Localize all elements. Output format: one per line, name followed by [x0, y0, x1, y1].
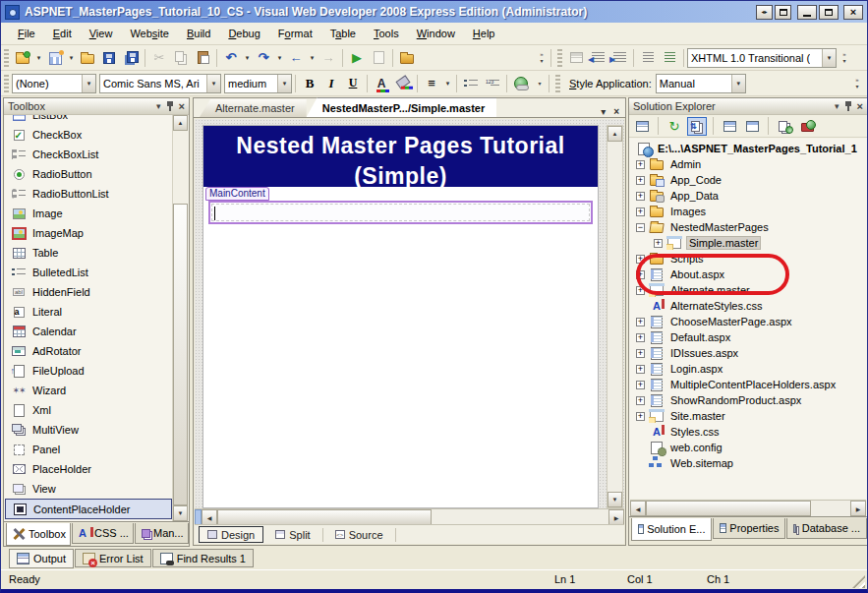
expand-icon[interactable]	[636, 381, 645, 389]
bulleted-list-button[interactable]	[460, 73, 482, 94]
tab-css-properties[interactable]: ACSS ...	[72, 523, 134, 544]
find-in-files-button[interactable]	[396, 47, 418, 69]
toolbox-item-placeholder[interactable]: PlaceHolder	[5, 459, 172, 479]
maximize-button[interactable]	[819, 5, 839, 20]
navigate-backward-button[interactable]: ←	[285, 47, 307, 69]
scrollbar-thumb[interactable]	[173, 204, 188, 505]
aspnet-configuration-button[interactable]	[797, 117, 817, 136]
tree-item-simple-master[interactable]: Simple.master	[630, 235, 866, 251]
expand-icon[interactable]	[636, 192, 645, 201]
refresh-button[interactable]: ↻	[665, 117, 684, 136]
split-view-button[interactable]: Split	[267, 526, 318, 543]
redo-button[interactable]: ↷	[253, 47, 274, 69]
page-header-banner[interactable]: Nested Master Pages Tutorial (Simple)	[203, 126, 598, 187]
close-button[interactable]: ×	[843, 5, 863, 20]
open-file-button[interactable]	[77, 47, 98, 69]
toolbox-item-multiview[interactable]: MultiView	[5, 420, 172, 440]
expand-icon[interactable]	[636, 208, 645, 216]
redo-dropdown[interactable]: ▾	[274, 47, 285, 69]
toolbox-item-radiobutton[interactable]: RadioButton	[5, 164, 172, 184]
tree-item-web-config[interactable]: web.config	[630, 440, 866, 455]
toolbar-overflow-button[interactable]: »▾	[851, 77, 863, 89]
expand-icon[interactable]	[636, 318, 645, 326]
menu-website[interactable]: Website	[121, 25, 178, 42]
tree-item-admin[interactable]: Admin	[630, 156, 866, 172]
bold-button[interactable]: B	[299, 73, 320, 94]
tab-database-explorer[interactable]: Database ...	[786, 518, 867, 539]
style-application-dropdown[interactable]: Manual▾	[656, 74, 746, 93]
expand-icon[interactable]	[636, 286, 645, 295]
pin-icon[interactable]	[844, 101, 852, 111]
solution-horizontal-scrollbar[interactable]: ◀ ▶	[630, 500, 866, 516]
font-name-dropdown[interactable]: Comic Sans MS, Ari▾	[99, 74, 221, 93]
tree-item-scripts[interactable]: Scripts	[630, 251, 866, 267]
tree-item-showrandomproduct-aspx[interactable]: ShowRandomProduct.aspx	[630, 392, 866, 408]
expand-icon[interactable]	[636, 255, 645, 264]
toolbox-item-radiobuttonlist[interactable]: RadioButtonList	[5, 184, 172, 204]
undo-button[interactable]: ↶	[220, 47, 242, 69]
toolbox-item-imagemap[interactable]: ImageMap	[5, 223, 172, 243]
tree-item-app-code[interactable]: App_Code	[630, 172, 866, 188]
decrease-indent-button[interactable]: ◀	[587, 47, 608, 69]
close-document-icon[interactable]: ×	[613, 106, 619, 117]
toolbox-item-wizard[interactable]: ✶✶Wizard	[5, 381, 172, 400]
close-icon[interactable]: ×	[857, 100, 863, 112]
design-canvas[interactable]: Nested Master Pages Tutorial (Simple) Ma…	[195, 119, 624, 508]
toolbar-grip[interactable]	[555, 75, 560, 92]
toolbox-item-table[interactable]: Table	[5, 243, 172, 263]
start-debugging-button[interactable]: ▶	[346, 47, 368, 69]
expand-icon[interactable]	[636, 333, 645, 342]
new-website-button[interactable]	[12, 47, 33, 69]
tree-item-website-root[interactable]: E:\...\ASPNET_MasterPages_Tutorial_1	[630, 141, 866, 156]
tab-manage-styles[interactable]: Man...	[135, 523, 189, 544]
tree-item-nestedmasterpages[interactable]: NestedMasterPages	[630, 219, 866, 235]
scrollbar-thumb[interactable]	[646, 501, 811, 516]
tree-item-images[interactable]: Images	[630, 204, 866, 219]
expand-icon[interactable]	[636, 160, 645, 169]
toolbox-item-listbox[interactable]: ListBox	[5, 115, 172, 125]
menu-view[interactable]: View	[81, 25, 122, 42]
new-website-dropdown[interactable]: ▾	[33, 47, 44, 69]
scroll-up-icon[interactable]: ▲	[608, 126, 622, 142]
toolbox-item-checkbox[interactable]: ✓CheckBox	[5, 125, 172, 145]
highlight-color-button[interactable]	[392, 73, 414, 94]
toolbox-item-image[interactable]: Image	[5, 204, 172, 223]
menu-table[interactable]: Table	[321, 25, 365, 42]
underline-button[interactable]: U	[342, 73, 364, 94]
pin-icon[interactable]	[166, 101, 174, 111]
splitter-grip[interactable]	[195, 509, 202, 525]
toolbox-item-xml[interactable]: Xml	[5, 400, 172, 420]
toolbox-item-literal[interactable]: aLiteral	[5, 302, 172, 322]
expand-icon[interactable]	[636, 412, 645, 421]
properties-window-button[interactable]	[565, 47, 587, 69]
menu-help[interactable]: Help	[464, 25, 504, 42]
design-page[interactable]: Nested Master Pages Tutorial (Simple) Ma…	[203, 125, 599, 508]
scroll-down-icon[interactable]: ▼	[608, 492, 622, 507]
scroll-right-icon[interactable]: ▶	[608, 509, 624, 525]
scroll-right-icon[interactable]: ▶	[850, 501, 866, 516]
tab-find-results[interactable]: Find Results 1	[152, 549, 254, 567]
tab-nested-simple-master[interactable]: NestedMasterP.../Simple.master	[307, 97, 496, 117]
toolbox-item-contentplaceholder[interactable]: ContentPlaceHolder	[5, 499, 172, 519]
contentplaceholder-region[interactable]	[208, 201, 593, 224]
resize-grip[interactable]	[852, 575, 865, 588]
tree-item-choosemasterpage-aspx[interactable]: ChooseMasterPage.aspx	[630, 314, 866, 329]
menu-tools[interactable]: Tools	[365, 25, 408, 42]
toolbox-item-fileupload[interactable]: FileUpload	[5, 361, 172, 381]
add-new-item-button[interactable]	[44, 47, 66, 69]
expand-icon[interactable]	[636, 176, 645, 185]
font-size-dropdown[interactable]: medium▾	[224, 74, 292, 93]
save-button[interactable]	[98, 47, 120, 69]
toolbox-item-hiddenfield[interactable]: ablHiddenField	[5, 282, 172, 302]
source-view-button[interactable]: <>Source	[327, 526, 391, 543]
toolbox-item-panel[interactable]: Panel	[5, 440, 172, 459]
toolbox-item-bulletedlist[interactable]: BulletedList	[5, 263, 172, 282]
foreground-color-button[interactable]: A	[371, 73, 392, 94]
tree-item-alternate-master[interactable]: Alternate.master	[630, 282, 866, 298]
save-all-button[interactable]	[120, 47, 142, 69]
comment-button[interactable]	[637, 47, 659, 69]
tab-alternate-master[interactable]: Alternate.master	[200, 99, 307, 117]
tree-item-login-aspx[interactable]: Login.aspx	[630, 361, 866, 377]
alignment-dropdown[interactable]: ▾	[442, 73, 453, 94]
title-helper2-icon[interactable]	[775, 5, 791, 20]
